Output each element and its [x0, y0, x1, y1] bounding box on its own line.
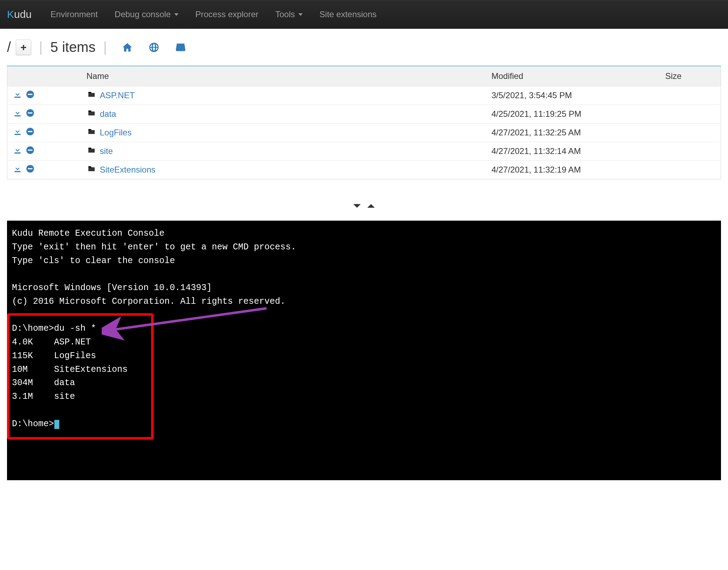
nav-tools[interactable]: Tools — [267, 9, 311, 19]
modified-cell: 4/25/2021, 11:19:25 PM — [486, 105, 626, 123]
navbar: Kudu Environment Debug console Process e… — [0, 0, 728, 29]
folder-icon — [87, 165, 96, 175]
delete-icon[interactable] — [26, 127, 35, 138]
size-cell — [626, 142, 721, 161]
col-actions-header — [7, 66, 81, 86]
chevron-up-icon[interactable] — [365, 200, 377, 214]
size-cell — [626, 105, 721, 123]
modified-cell: 4/27/2021, 11:32:25 AM — [486, 123, 626, 142]
disk-icon[interactable] — [175, 42, 186, 53]
table-row: site4/27/2021, 11:32:14 AM — [7, 142, 721, 161]
svg-rect-1 — [28, 94, 33, 95]
svg-rect-7 — [28, 149, 33, 150]
download-icon[interactable] — [13, 127, 22, 138]
item-count: 5 items — [50, 39, 96, 55]
caret-down-icon — [174, 13, 178, 16]
table-row: data4/25/2021, 11:19:25 PM — [7, 105, 721, 123]
download-icon[interactable] — [13, 164, 22, 175]
file-name-link[interactable]: data — [100, 109, 116, 119]
delete-icon[interactable] — [26, 108, 35, 120]
folder-icon — [87, 146, 96, 156]
divider: | — [100, 39, 109, 55]
nav-process-explorer[interactable]: Process explorer — [187, 9, 267, 19]
table-row: LogFiles4/27/2021, 11:32:25 AM — [7, 123, 721, 142]
delete-icon[interactable] — [26, 90, 35, 101]
table-row: ASP.NET3/5/2021, 3:54:45 PM — [7, 86, 721, 105]
console[interactable]: Kudu Remote Execution Console Type 'exit… — [7, 221, 721, 480]
nav-debug-console[interactable]: Debug console — [106, 9, 187, 19]
add-button[interactable]: + — [16, 40, 31, 55]
console-container: Kudu Remote Execution Console Type 'exit… — [7, 221, 721, 480]
caret-down-icon — [298, 13, 303, 16]
globe-icon[interactable] — [148, 42, 160, 53]
col-name-header[interactable]: Name — [81, 66, 486, 86]
brand-logo[interactable]: Kudu — [7, 8, 32, 20]
file-name-link[interactable]: ASP.NET — [100, 90, 135, 100]
svg-rect-9 — [28, 168, 33, 169]
folder-icon — [87, 109, 96, 119]
nav-environment[interactable]: Environment — [42, 9, 106, 19]
home-icon[interactable] — [122, 42, 133, 53]
brand-rest: udu — [14, 8, 32, 20]
breadcrumb-root[interactable]: / — [7, 39, 11, 55]
modified-cell: 4/27/2021, 11:32:19 AM — [486, 161, 626, 179]
download-icon[interactable] — [13, 90, 22, 101]
col-modified-header[interactable]: Modified — [486, 66, 626, 86]
divider: | — [36, 39, 45, 55]
size-cell — [626, 86, 721, 105]
file-table: Name Modified Size ASP.NET3/5/2021, 3:54… — [7, 66, 721, 179]
svg-rect-3 — [28, 112, 33, 113]
folder-icon — [87, 90, 96, 101]
modified-cell: 3/5/2021, 3:54:45 PM — [486, 86, 626, 105]
table-row: SiteExtensions4/27/2021, 11:32:19 AM — [7, 161, 721, 179]
download-icon[interactable] — [13, 146, 22, 157]
file-name-link[interactable]: site — [100, 146, 113, 156]
folder-icon — [87, 127, 96, 138]
brand-k: K — [7, 8, 14, 20]
chevron-down-icon[interactable] — [351, 200, 363, 214]
col-size-header[interactable]: Size — [626, 66, 721, 86]
cursor — [54, 420, 59, 429]
delete-icon[interactable] — [26, 164, 35, 175]
toolbar: / + | 5 items | — [0, 29, 728, 62]
file-name-link[interactable]: LogFiles — [100, 128, 132, 138]
nav-site-extensions[interactable]: Site extensions — [311, 9, 385, 19]
size-cell — [626, 123, 721, 142]
svg-rect-5 — [28, 131, 33, 132]
plus-icon: + — [20, 41, 27, 53]
modified-cell: 4/27/2021, 11:32:14 AM — [486, 142, 626, 161]
download-icon[interactable] — [13, 108, 22, 120]
size-cell — [626, 161, 721, 179]
delete-icon[interactable] — [26, 146, 35, 157]
console-toggle — [0, 183, 728, 221]
file-name-link[interactable]: SiteExtensions — [100, 165, 156, 175]
